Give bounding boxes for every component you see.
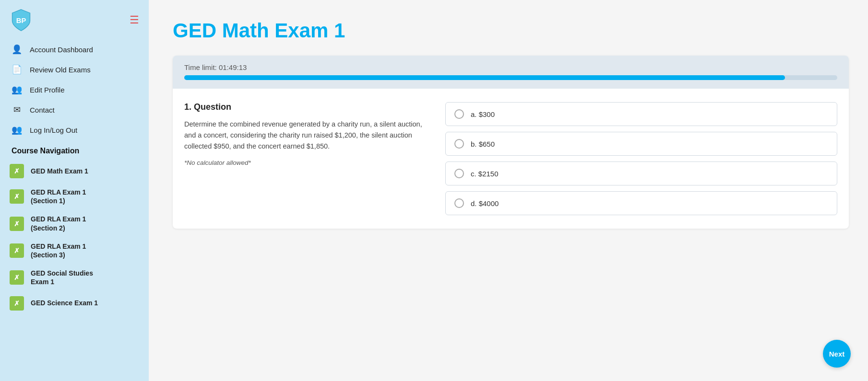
question-section: 1. Question Determine the combined reven… [173, 89, 849, 229]
hamburger-icon[interactable]: ☰ [130, 14, 139, 26]
sidebar-item-login-logout[interactable]: 👥 Log In/Log Out [0, 120, 149, 140]
logo-shield: BP [10, 9, 33, 32]
main-content: GED Math Exam 1 Time limit: 01:49:13 1. … [149, 0, 868, 381]
course-icon: ✗ [10, 189, 24, 204]
sidebar-item-label: Account Dashboard [30, 46, 93, 54]
question-left: 1. Question Determine the combined reven… [184, 102, 434, 215]
course-name: GED RLA Exam 1(Section 3) [31, 242, 86, 259]
no-calculator-note: *No calculator allowed* [184, 159, 434, 166]
sidebar-nav: 👤 Account Dashboard 📄 Review Old Exams 👥… [0, 36, 149, 140]
course-nav-item-ged-rla-1-s3[interactable]: ✗ GED RLA Exam 1(Section 3) [0, 237, 149, 264]
course-icon: ✗ [10, 270, 24, 285]
account-icon: 👤 [12, 44, 22, 55]
course-name: GED Math Exam 1 [31, 167, 88, 175]
question-right: a. $300 b. $650 c. $2150 d. $4000 [445, 102, 837, 215]
course-nav-item-ged-rla-1-s1[interactable]: ✗ GED RLA Exam 1(Section 1) [0, 183, 149, 210]
next-button[interactable]: Next [823, 340, 851, 368]
progress-bar-fill [184, 75, 785, 80]
question-heading: 1. Question [184, 102, 434, 112]
answer-option-b[interactable]: b. $650 [445, 132, 837, 156]
radio-b[interactable] [454, 139, 464, 149]
document-icon: 📄 [12, 64, 22, 75]
svg-text:BP: BP [16, 17, 26, 24]
sidebar-item-label: Log In/Log Out [30, 126, 77, 134]
course-icon: ✗ [10, 243, 24, 258]
progress-bar-bg [184, 75, 837, 80]
answer-label-c: c. $2150 [471, 170, 499, 178]
course-icon: ✗ [10, 217, 24, 231]
radio-c[interactable] [454, 169, 464, 178]
sidebar-header: BP ☰ [0, 0, 149, 36]
course-nav-heading: Course Navigation [0, 140, 149, 159]
answer-option-d[interactable]: d. $4000 [445, 191, 837, 215]
timer-bar-container: Time limit: 01:49:13 [173, 56, 849, 89]
answer-option-c[interactable]: c. $2150 [445, 162, 837, 185]
course-icon: ✗ [10, 296, 24, 311]
course-name: GED Social StudiesExam 1 [31, 269, 93, 286]
course-nav-item-ged-science[interactable]: ✗ GED Science Exam 1 [0, 291, 149, 315]
edit-profile-icon: 👥 [12, 84, 22, 95]
radio-d[interactable] [454, 198, 464, 208]
answer-label-a: a. $300 [471, 110, 495, 118]
sidebar-item-label: Contact [30, 106, 55, 114]
answer-option-a[interactable]: a. $300 [445, 102, 837, 126]
answer-label-b: b. $650 [471, 140, 495, 148]
course-nav-items: ✗ GED Math Exam 1 ✗ GED RLA Exam 1(Secti… [0, 159, 149, 315]
sidebar-item-label: Edit Profile [30, 86, 65, 94]
sidebar-item-contact[interactable]: ✉ Contact [0, 100, 149, 120]
sidebar-item-edit-profile[interactable]: 👥 Edit Profile [0, 80, 149, 100]
sidebar: BP ☰ 👤 Account Dashboard 📄 Review Old Ex… [0, 0, 149, 381]
login-icon: 👥 [12, 125, 22, 135]
course-name: GED RLA Exam 1(Section 2) [31, 215, 86, 232]
sidebar-item-review-old-exams[interactable]: 📄 Review Old Exams [0, 59, 149, 80]
course-name: GED Science Exam 1 [31, 299, 98, 307]
page-title: GED Math Exam 1 [173, 19, 849, 42]
course-nav-item-ged-math-1[interactable]: ✗ GED Math Exam 1 [0, 159, 149, 183]
course-nav-item-ged-social-studies[interactable]: ✗ GED Social StudiesExam 1 [0, 264, 149, 291]
mail-icon: ✉ [12, 104, 22, 115]
course-name: GED RLA Exam 1(Section 1) [31, 188, 86, 205]
radio-a[interactable] [454, 109, 464, 119]
timer-text: Time limit: 01:49:13 [184, 63, 837, 71]
answer-label-d: d. $4000 [471, 199, 499, 208]
sidebar-item-account-dashboard[interactable]: 👤 Account Dashboard [0, 39, 149, 59]
exam-card: Time limit: 01:49:13 1. Question Determi… [173, 56, 849, 229]
sidebar-item-label: Review Old Exams [30, 66, 91, 74]
question-body: Determine the combined revenue generated… [184, 119, 434, 152]
course-icon: ✗ [10, 164, 24, 178]
course-nav-item-ged-rla-1-s2[interactable]: ✗ GED RLA Exam 1(Section 2) [0, 210, 149, 237]
